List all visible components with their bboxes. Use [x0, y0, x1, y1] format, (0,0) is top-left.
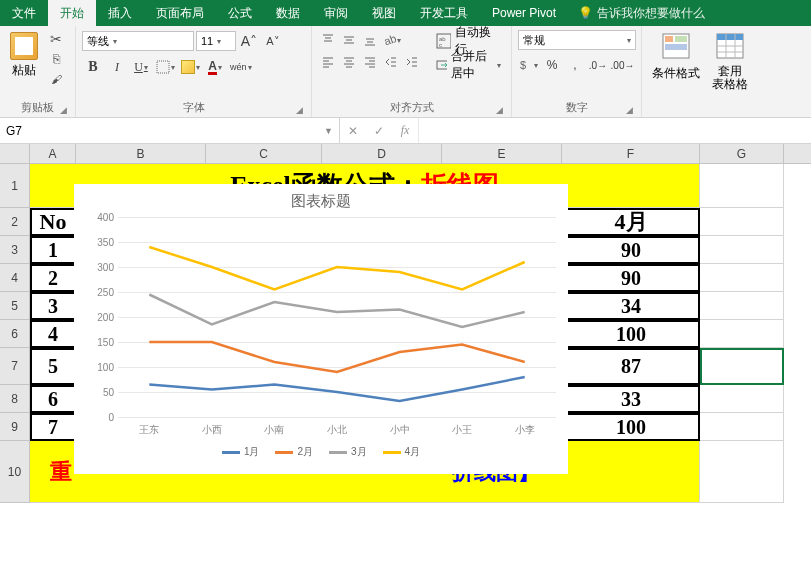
- paste-button[interactable]: 粘贴: [6, 30, 42, 81]
- name-box-dropdown[interactable]: ▼: [324, 126, 333, 136]
- tab-formulas[interactable]: 公式: [216, 0, 264, 26]
- worksheet-grid[interactable]: 1Excel函数公式：折线图2No4月319042905334641007587…: [0, 164, 811, 503]
- cell[interactable]: [700, 385, 784, 413]
- column-header-D[interactable]: D: [322, 144, 442, 163]
- column-header-F[interactable]: F: [562, 144, 700, 163]
- tab-view[interactable]: 视图: [360, 0, 408, 26]
- tab-developer[interactable]: 开发工具: [408, 0, 480, 26]
- cell-no[interactable]: 7: [30, 413, 76, 441]
- increase-indent-button[interactable]: [402, 52, 422, 72]
- percent-button[interactable]: %: [541, 54, 563, 76]
- cell-no[interactable]: 5: [30, 348, 76, 385]
- clipboard-launcher[interactable]: ◢: [60, 105, 67, 115]
- cell[interactable]: [700, 164, 784, 208]
- column-header-C[interactable]: C: [206, 144, 322, 163]
- align-launcher[interactable]: ◢: [496, 105, 503, 115]
- comma-button[interactable]: ,: [564, 54, 586, 76]
- orientation-button[interactable]: ab: [381, 30, 401, 50]
- cell-month4[interactable]: 90: [562, 264, 700, 292]
- cell-month4[interactable]: 33: [562, 385, 700, 413]
- increase-decimal-button[interactable]: .0→: [587, 54, 609, 76]
- cell[interactable]: [700, 292, 784, 320]
- underline-button[interactable]: U: [130, 56, 152, 78]
- cell[interactable]: [700, 413, 784, 441]
- decrease-decimal-button[interactable]: .00→: [610, 54, 635, 76]
- cell-no[interactable]: 4: [30, 320, 76, 348]
- column-header-G[interactable]: G: [700, 144, 784, 163]
- tab-insert[interactable]: 插入: [96, 0, 144, 26]
- row-header[interactable]: 6: [0, 320, 30, 348]
- tab-review[interactable]: 审阅: [312, 0, 360, 26]
- italic-button[interactable]: I: [106, 56, 128, 78]
- font-family-combo[interactable]: 等线▾: [82, 31, 194, 51]
- cancel-formula-button[interactable]: ✕: [340, 118, 366, 143]
- tell-me-search[interactable]: 💡告诉我你想要做什么: [578, 5, 705, 22]
- bold-button[interactable]: B: [82, 56, 104, 78]
- cell-month4[interactable]: 90: [562, 236, 700, 264]
- increase-font-button[interactable]: A˄: [238, 30, 260, 52]
- enter-formula-button[interactable]: ✓: [366, 118, 392, 143]
- cell-month4[interactable]: 87: [562, 348, 700, 385]
- column-header-A[interactable]: A: [30, 144, 76, 163]
- row-header[interactable]: 7: [0, 348, 30, 385]
- cell-no[interactable]: 3: [30, 292, 76, 320]
- cut-button[interactable]: [46, 30, 66, 48]
- align-middle-button[interactable]: [339, 30, 359, 50]
- row-header[interactable]: 4: [0, 264, 30, 292]
- row-header[interactable]: 8: [0, 385, 30, 413]
- column-header-B[interactable]: B: [76, 144, 206, 163]
- row-header[interactable]: 10: [0, 441, 30, 503]
- tab-home[interactable]: 开始: [48, 0, 96, 26]
- tab-file[interactable]: 文件: [0, 0, 48, 26]
- copy-button[interactable]: [46, 50, 66, 68]
- insert-function-button[interactable]: fx: [392, 118, 418, 143]
- name-box[interactable]: G7 ▼: [0, 118, 340, 143]
- cell[interactable]: [700, 236, 784, 264]
- format-painter-button[interactable]: [46, 70, 66, 88]
- header-month4[interactable]: 4月: [562, 208, 700, 236]
- align-right-button[interactable]: [360, 52, 380, 72]
- row-header[interactable]: 3: [0, 236, 30, 264]
- tab-powerpivot[interactable]: Power Pivot: [480, 0, 568, 26]
- cell-no[interactable]: 1: [30, 236, 76, 264]
- number-format-combo[interactable]: 常规▾: [518, 30, 636, 50]
- cell-month4[interactable]: 100: [562, 320, 700, 348]
- align-bottom-button[interactable]: [360, 30, 380, 50]
- font-size-combo[interactable]: 11▾: [196, 31, 236, 51]
- conditional-format-button[interactable]: 条件格式: [648, 30, 704, 84]
- merge-center-button[interactable]: 合并后居中: [432, 54, 505, 76]
- cell-no[interactable]: 2: [30, 264, 76, 292]
- x-label: 小北: [306, 423, 369, 437]
- format-as-table-button[interactable]: 套用 表格格: [708, 30, 752, 93]
- fill-color-button[interactable]: [179, 56, 202, 78]
- select-all-corner[interactable]: [0, 144, 30, 163]
- active-cell[interactable]: [700, 348, 784, 385]
- align-center-button[interactable]: [339, 52, 359, 72]
- row-header[interactable]: 2: [0, 208, 30, 236]
- cell-month4[interactable]: 34: [562, 292, 700, 320]
- embedded-chart[interactable]: 图表标题050100150200250300350400王东小西小南小北小中小王…: [74, 184, 568, 474]
- font-color-button[interactable]: A: [204, 56, 226, 78]
- tab-data[interactable]: 数据: [264, 0, 312, 26]
- tab-layout[interactable]: 页面布局: [144, 0, 216, 26]
- cell[interactable]: [700, 208, 784, 236]
- phonetic-button[interactable]: wén: [228, 56, 254, 78]
- cell[interactable]: [700, 441, 784, 503]
- cell-no[interactable]: 6: [30, 385, 76, 413]
- align-left-button[interactable]: [318, 52, 338, 72]
- cell-month4[interactable]: 100: [562, 413, 700, 441]
- column-header-E[interactable]: E: [442, 144, 562, 163]
- border-button[interactable]: [154, 56, 177, 78]
- align-top-button[interactable]: [318, 30, 338, 50]
- row-header[interactable]: 1: [0, 164, 30, 208]
- decrease-indent-button[interactable]: [381, 52, 401, 72]
- row-header[interactable]: 9: [0, 413, 30, 441]
- font-launcher[interactable]: ◢: [296, 105, 303, 115]
- cell[interactable]: [700, 320, 784, 348]
- row-header[interactable]: 5: [0, 292, 30, 320]
- cell[interactable]: [700, 264, 784, 292]
- decrease-font-button[interactable]: A˅: [262, 30, 284, 52]
- header-no[interactable]: No: [30, 208, 76, 236]
- number-launcher[interactable]: ◢: [626, 105, 633, 115]
- accounting-format-button[interactable]: $: [518, 54, 540, 76]
